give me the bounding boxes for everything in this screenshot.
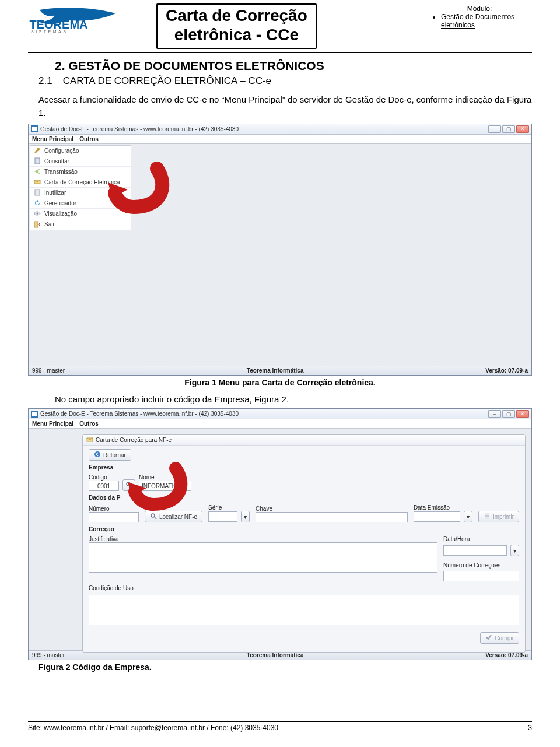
menubar-item-outros[interactable]: Outros	[79, 420, 99, 427]
title-line2: eletrônica - CCe	[166, 25, 307, 44]
menubar-item-principal[interactable]: Menu Principal	[32, 420, 74, 427]
chave-input[interactable]	[256, 512, 408, 522]
mid-paragraph: No campo apropriado incluir o código da …	[55, 393, 532, 406]
data-emissao-picker[interactable]: ▾	[464, 511, 473, 522]
svg-rect-16	[485, 513, 489, 515]
menu-label: Transmissão	[44, 169, 78, 175]
svg-rect-5	[35, 190, 40, 195]
window-title: Gestão de Doc-E - Teorema Sistemas - www…	[40, 411, 486, 417]
subsection-number: 2.1	[38, 75, 52, 87]
arrow-indicator-icon	[104, 160, 174, 219]
cond-uso-textarea	[89, 595, 519, 625]
chevron-down-icon: ▾	[513, 548, 516, 554]
menu-label: Inutilizar	[44, 190, 66, 196]
title-line1: Carta de Correção	[166, 6, 307, 25]
menubar-item-principal[interactable]: Menu Principal	[32, 136, 74, 142]
maximize-button[interactable]: ▢	[502, 410, 515, 418]
close-button[interactable]: ✕	[516, 125, 529, 133]
dialog-title-text: Carta de Correção para NF-e	[96, 437, 172, 443]
imprimir-label: Imprimir	[493, 514, 514, 520]
back-icon	[94, 451, 101, 459]
window-titlebar: Gestão de Doc-E - Teorema Sistemas - www…	[29, 124, 531, 135]
dialog-title: Carta de Correção para NF-e	[83, 435, 525, 446]
retornar-button[interactable]: Retornar	[89, 449, 131, 461]
window-titlebar: Gestão de Doc-E - Teorema Sistemas - www…	[29, 409, 531, 419]
minimize-button[interactable]: –	[488, 410, 501, 418]
refresh-icon	[34, 199, 41, 206]
subsection-title: CARTA DE CORREÇÃO ELETRÔNICA – CC-e	[63, 75, 271, 87]
status-right: Versão: 07.09-a	[485, 652, 528, 658]
inutilizar-icon	[34, 189, 41, 196]
screenshot-figure-2: Gestão de Doc-E - Teorema Sistemas - www…	[28, 408, 532, 660]
logo: TEOREMA SISTEMAS	[28, 3, 139, 37]
check-icon	[485, 634, 492, 642]
correcao-label: Correção	[89, 526, 519, 532]
status-center: Teorema Informática	[69, 367, 481, 374]
menu-item-configuracao[interactable]: Configuração	[30, 146, 131, 156]
data-hora-label: Data/Hora	[443, 536, 519, 542]
serie-input[interactable]	[208, 511, 237, 522]
menu-item-sair[interactable]: Sair	[30, 219, 131, 230]
logo-text: TEOREMA	[30, 18, 88, 31]
module-label: Módulo:	[427, 5, 532, 13]
screenshot-figure-1: Gestão de Doc-E - Teorema Sistemas - www…	[28, 124, 532, 376]
justificativa-textarea[interactable]	[89, 542, 438, 573]
letter-icon	[86, 436, 93, 444]
menu-label: Visualização	[44, 211, 77, 217]
minimize-button[interactable]: –	[488, 125, 501, 133]
menu-label: Sair	[44, 221, 55, 227]
serie-dropdown[interactable]: ▾	[241, 511, 250, 522]
menu-label: Configuração	[44, 148, 79, 154]
codigo-input[interactable]	[89, 481, 119, 491]
subsection-heading: 2.1 CARTA DE CORREÇÃO ELETRÔNICA – CC-e	[38, 75, 532, 87]
codigo-label: Código	[89, 474, 119, 481]
footer-divider	[28, 721, 532, 722]
eye-icon	[34, 210, 41, 217]
corrigir-button[interactable]: Corrigir	[480, 632, 519, 644]
svg-rect-8	[34, 222, 38, 227]
cond-uso-label: Condição de Uso	[89, 585, 519, 591]
imprimir-button[interactable]: Imprimir	[478, 511, 519, 522]
maximize-button[interactable]: ▢	[502, 125, 515, 133]
figure-1-caption: Figura 1 Menu para Carta de Correção ele…	[28, 378, 532, 387]
exit-icon	[34, 221, 41, 228]
menu-label: Consultar	[44, 158, 69, 164]
svg-point-12	[94, 451, 100, 457]
intro-paragraph: Acessar a funcionalidade de envio de CC-…	[38, 93, 532, 120]
window-title: Gestão de Doc-E - Teorema Sistemas - www…	[40, 126, 486, 132]
svg-rect-10	[32, 412, 37, 416]
svg-rect-2	[32, 127, 37, 131]
footer-text: Site: www.teorema.inf.br / Email: suport…	[28, 724, 278, 732]
document-title-box: Carta de Correção eletrônica - CCe	[156, 3, 317, 49]
page-number: 3	[528, 724, 532, 732]
document-header: TEOREMA SISTEMAS Carta de Correção eletr…	[28, 0, 532, 49]
page-footer: Site: www.teorema.inf.br / Email: suport…	[28, 721, 532, 732]
corrigir-label: Corrigir	[495, 635, 514, 641]
svg-point-7	[37, 213, 38, 215]
data-hora-picker[interactable]: ▾	[510, 545, 519, 556]
svg-rect-17	[485, 517, 489, 519]
chave-label: Chave	[256, 506, 408, 512]
data-emissao-input[interactable]	[414, 511, 460, 522]
app-icon	[31, 411, 38, 418]
letter-icon	[34, 178, 41, 185]
justificativa-label: Justificativa	[89, 536, 438, 542]
wrench-icon	[34, 147, 41, 154]
num-correcoes-label: Número de Correções	[443, 562, 519, 569]
data-hora-field[interactable]	[443, 545, 507, 556]
status-center: Teorema Informática	[69, 652, 481, 658]
arrow-indicator-icon	[123, 462, 193, 515]
menubar-item-outros[interactable]: Outros	[79, 136, 99, 142]
calendar-icon: ▾	[467, 514, 470, 520]
status-left: 999 - master	[32, 652, 65, 658]
statusbar: 999 - master Teorema Informática Versão:…	[29, 366, 531, 375]
header-divider	[28, 52, 532, 53]
app-icon	[31, 125, 38, 132]
send-icon	[34, 168, 41, 175]
data-emissao-label: Data Emissão	[414, 504, 473, 511]
num-correcoes-field	[443, 571, 519, 581]
close-button[interactable]: ✕	[516, 410, 529, 418]
printer-icon	[484, 513, 491, 521]
module-item: Gestão de Documentos eletrônicos	[441, 13, 532, 29]
status-left: 999 - master	[32, 367, 65, 374]
